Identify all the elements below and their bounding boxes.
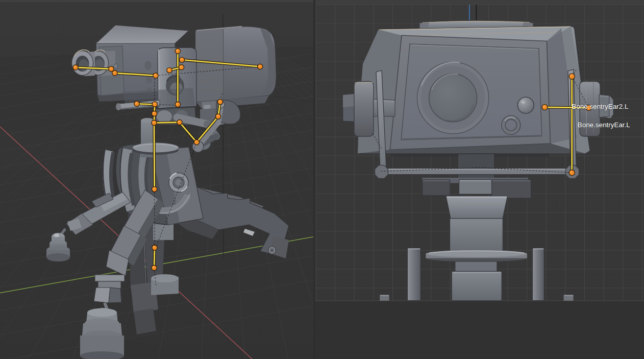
svg-text:Bone.sentryEar.L: Bone.sentryEar.L <box>578 121 630 129</box>
svg-text:Bone.sentryEar2.L: Bone.sentryEar2.L <box>572 103 629 110</box>
